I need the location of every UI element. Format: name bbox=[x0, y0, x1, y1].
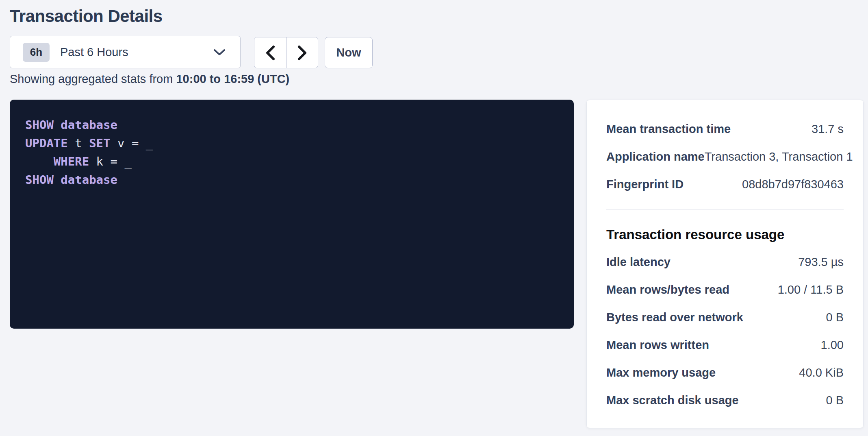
detail-row: Mean rows written1.00 bbox=[606, 331, 844, 359]
time-range-label: Past 6 Hours bbox=[60, 46, 128, 59]
time-range-select[interactable]: 6h Past 6 Hours bbox=[10, 36, 241, 68]
detail-label: Mean rows written bbox=[606, 338, 709, 352]
detail-value: Transaction 3, Transaction 1 bbox=[705, 150, 853, 164]
subtitle-prefix: Showing aggregated stats from bbox=[10, 72, 176, 85]
now-button[interactable]: Now bbox=[325, 37, 373, 68]
detail-label: Application name bbox=[606, 150, 705, 164]
detail-row: Bytes read over network0 B bbox=[606, 303, 844, 331]
detail-value: 1.00 bbox=[821, 338, 844, 352]
detail-label: Max memory usage bbox=[606, 366, 716, 379]
sql-line: UPDATE t SET v = _ bbox=[25, 134, 562, 153]
chevron-down-icon bbox=[213, 48, 226, 56]
detail-label: Idle latency bbox=[606, 255, 671, 269]
detail-label: Mean rows/bytes read bbox=[606, 283, 729, 296]
detail-row: Mean transaction time31.7 s bbox=[606, 115, 844, 143]
summary-rows: Mean transaction time31.7 sApplication n… bbox=[606, 115, 844, 198]
sql-statements-text: SHOW databaseUPDATE t SET v = _ WHERE k … bbox=[10, 100, 574, 189]
chevron-left-icon bbox=[265, 45, 276, 61]
prev-time-button[interactable] bbox=[254, 37, 286, 68]
detail-label: Mean transaction time bbox=[606, 122, 731, 136]
resource-rows: Idle latency793.5 µsMean rows/bytes read… bbox=[606, 248, 844, 414]
detail-label: Bytes read over network bbox=[606, 311, 743, 324]
card-divider bbox=[606, 209, 844, 210]
next-time-button[interactable] bbox=[286, 37, 318, 68]
time-nav-group bbox=[254, 37, 318, 68]
sql-line: SHOW database bbox=[25, 116, 562, 134]
chevron-right-icon bbox=[297, 45, 308, 61]
detail-value: 0 B bbox=[826, 394, 844, 407]
detail-row: Fingerprint ID08d8b7d97f830463 bbox=[606, 170, 844, 198]
page-title: Transaction Details bbox=[10, 6, 163, 27]
resource-usage-heading: Transaction resource usage bbox=[606, 226, 844, 243]
sql-line: SHOW database bbox=[25, 171, 562, 189]
detail-value: 08d8b7d97f830463 bbox=[742, 178, 844, 191]
detail-row: Idle latency793.5 µs bbox=[606, 248, 844, 276]
detail-value: 1.00 / 11.5 B bbox=[778, 283, 844, 296]
transaction-summary-card: Mean transaction time31.7 sApplication n… bbox=[586, 100, 864, 428]
sql-statements-box: SHOW databaseUPDATE t SET v = _ WHERE k … bbox=[10, 100, 574, 329]
detail-row: Max scratch disk usage0 B bbox=[606, 386, 844, 414]
detail-label: Max scratch disk usage bbox=[606, 394, 739, 407]
detail-value: 40.0 KiB bbox=[799, 366, 844, 379]
detail-label: Fingerprint ID bbox=[606, 178, 684, 191]
aggregated-stats-subtitle: Showing aggregated stats from 10:00 to 1… bbox=[10, 72, 289, 86]
detail-value: 0 B bbox=[826, 311, 844, 324]
subtitle-time-range: 10:00 to 16:59 (UTC) bbox=[176, 72, 289, 85]
time-range-badge: 6h bbox=[23, 43, 50, 62]
detail-row: Max memory usage40.0 KiB bbox=[606, 359, 844, 386]
detail-row: Application nameTransaction 3, Transacti… bbox=[606, 143, 844, 170]
detail-value: 31.7 s bbox=[812, 122, 844, 136]
detail-row: Mean rows/bytes read1.00 / 11.5 B bbox=[606, 276, 844, 303]
sql-line: WHERE k = _ bbox=[25, 153, 562, 171]
detail-value: 793.5 µs bbox=[798, 255, 844, 269]
